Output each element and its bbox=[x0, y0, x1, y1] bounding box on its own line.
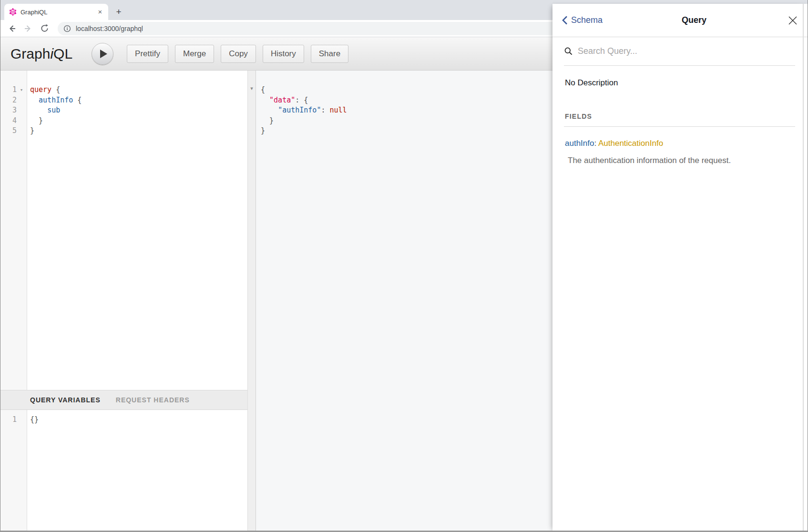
browser-window: GraphiQL × + − × localhost:3000/graphql bbox=[0, 0, 808, 532]
merge-button[interactable]: Merge bbox=[175, 45, 214, 63]
query-column: 1▾2345 query { authInfo { sub }} QUERY V… bbox=[0, 71, 247, 532]
doc-search-input[interactable] bbox=[578, 46, 795, 56]
tab-title: GraphiQL bbox=[20, 9, 96, 16]
site-info-icon[interactable] bbox=[63, 25, 71, 32]
doc-explorer-panel: Schema Query No Description FIELDS authI… bbox=[552, 4, 808, 532]
variables-editor-code[interactable]: {} bbox=[27, 410, 247, 532]
result-fold-icon[interactable]: ▾ bbox=[250, 85, 253, 91]
graphiql-app: GraphiQL Prettify Merge Copy History Sha… bbox=[0, 37, 808, 532]
field-row-authinfo: authInfo: AuthenticationInfo bbox=[564, 139, 796, 148]
field-description: The authentication information of the re… bbox=[564, 156, 796, 165]
type-description: No Description bbox=[564, 78, 796, 88]
doc-title: Query bbox=[603, 15, 788, 25]
doc-explorer-header: Schema Query bbox=[552, 4, 808, 37]
doc-back-link[interactable]: Schema bbox=[562, 15, 603, 25]
chevron-left-icon bbox=[562, 16, 568, 25]
graphiql-logo: GraphiQL bbox=[10, 46, 72, 62]
pane-divider[interactable]: ▾ bbox=[247, 71, 256, 532]
query-editor-code[interactable]: query { authInfo { sub }} bbox=[27, 71, 247, 390]
result-viewer: { "data": { "authInfo": null }} bbox=[256, 71, 552, 532]
play-icon bbox=[100, 50, 107, 58]
graphql-favicon-icon bbox=[9, 8, 17, 16]
variables-editor[interactable]: 1 {} bbox=[0, 410, 247, 532]
new-tab-button[interactable]: + bbox=[112, 5, 125, 19]
history-button[interactable]: History bbox=[263, 45, 304, 63]
fields-section-label: FIELDS bbox=[564, 113, 795, 127]
execute-query-button[interactable] bbox=[92, 43, 113, 65]
variables-editor-gutter: 1 bbox=[0, 410, 27, 532]
doc-close-icon[interactable] bbox=[788, 15, 798, 26]
doc-search-row bbox=[564, 37, 795, 66]
reload-icon[interactable] bbox=[38, 22, 51, 35]
query-editor-gutter[interactable]: 1▾2345 bbox=[0, 71, 27, 390]
doc-explorer-body: No Description FIELDS authInfo: Authenti… bbox=[552, 37, 808, 532]
browser-tab[interactable]: GraphiQL × bbox=[4, 4, 108, 20]
tab-close-icon[interactable]: × bbox=[96, 8, 104, 16]
tab-query-variables[interactable]: QUERY VARIABLES bbox=[30, 396, 101, 404]
tab-request-headers[interactable]: REQUEST HEADERS bbox=[116, 396, 190, 404]
variables-tab-bar: QUERY VARIABLES REQUEST HEADERS bbox=[0, 390, 247, 410]
field-name-link[interactable]: authInfo bbox=[565, 139, 594, 148]
query-editor[interactable]: 1▾2345 query { authInfo { sub }} bbox=[0, 71, 247, 390]
share-button[interactable]: Share bbox=[311, 45, 348, 63]
field-type-link[interactable]: AuthenticationInfo bbox=[598, 139, 663, 148]
url-text[interactable]: localhost:3000/graphql bbox=[76, 25, 567, 32]
result-viewer-code: { "data": { "authInfo": null }} bbox=[256, 71, 552, 136]
forward-icon[interactable] bbox=[21, 22, 35, 35]
back-icon[interactable] bbox=[5, 22, 19, 35]
address-bar[interactable]: localhost:3000/graphql bbox=[58, 22, 600, 35]
prettify-button[interactable]: Prettify bbox=[127, 45, 168, 63]
copy-button[interactable]: Copy bbox=[221, 45, 256, 63]
doc-scrollbar[interactable] bbox=[803, 4, 804, 532]
graphiql-topbar: GraphiQL Prettify Merge Copy History Sha… bbox=[0, 37, 552, 71]
search-icon bbox=[564, 47, 573, 56]
